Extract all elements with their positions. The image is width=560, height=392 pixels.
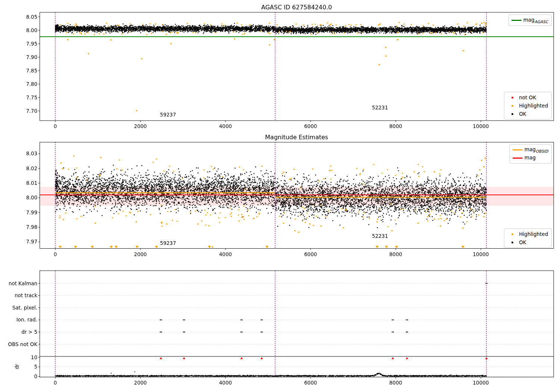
legend-label-main: mag xyxy=(523,17,535,23)
tick-label: 10000 xyxy=(466,379,496,386)
black-dot-marker xyxy=(505,242,519,243)
tick-label: 6000 xyxy=(296,379,326,386)
legend-label-sub: AGASC xyxy=(535,19,548,24)
red-line-marker xyxy=(511,158,525,159)
tick-label: 7.90 xyxy=(13,54,37,61)
orange-dot-marker xyxy=(505,233,519,235)
tick-label: 2000 xyxy=(125,379,155,386)
legend-label: OK xyxy=(519,239,526,245)
tick-label: 2000 xyxy=(125,123,155,130)
obsid-annotation-52231: 52231 xyxy=(363,104,397,111)
tick-label: dr > 5 xyxy=(0,329,37,336)
plots-canvas xyxy=(0,0,560,392)
tick-label: Ion. rad. xyxy=(0,316,37,323)
legend-item-ok: OK xyxy=(505,110,548,118)
tick-label: 10000 xyxy=(466,251,496,258)
legend-item-highlighted: Highlighted xyxy=(505,230,548,238)
legend-label-main: mag xyxy=(525,155,536,161)
legend-item-mag: mag xyxy=(511,154,548,162)
tick-label: 0 xyxy=(40,251,70,258)
tick-label: 7.70 xyxy=(13,108,37,115)
tick-label: 8.03 xyxy=(13,150,37,157)
tick-label: 0 xyxy=(40,123,70,130)
tick-label: 7.99 xyxy=(13,209,37,216)
tick-label: OBS not OK xyxy=(0,341,37,348)
legend-item-mag-obsid: magOBSID xyxy=(511,146,548,154)
legend-label-sub: OBSID xyxy=(536,149,548,153)
tick-label: 7.98 xyxy=(13,224,37,231)
tick-label: 8.05 xyxy=(13,13,37,21)
tick-label: 8.02 xyxy=(13,165,37,172)
tick-label: not track xyxy=(0,292,37,299)
tick-label: 4000 xyxy=(211,379,240,386)
tick-label: 6000 xyxy=(296,123,326,130)
green-line-marker xyxy=(510,20,523,21)
tick-label: 4000 xyxy=(211,123,240,130)
tick-label: 8000 xyxy=(381,123,411,130)
orange-dot-marker xyxy=(505,105,519,107)
legend-label: not OK xyxy=(519,94,536,100)
tick-label: 7.85 xyxy=(13,67,37,74)
tick-label: 8.00 xyxy=(13,194,37,201)
legend-item-mag-agasc: magAGASC xyxy=(510,16,548,24)
legend-label: magAGASC xyxy=(523,17,548,24)
red-dot-marker xyxy=(505,97,519,99)
legend-label: Highlighted xyxy=(519,231,548,237)
legend-point-types-mid: Highlighted OK xyxy=(504,228,552,248)
tick-label: 8000 xyxy=(381,251,411,258)
legend-label: magOBSID xyxy=(525,146,548,153)
orange-line-marker xyxy=(511,149,525,150)
plot1-title: AGASC ID 627584240.0 xyxy=(40,4,554,11)
tick-label: 0 xyxy=(13,373,37,380)
legend-item-ok: OK xyxy=(505,238,548,246)
tick-label: 10000 xyxy=(466,123,496,130)
legend-label: OK xyxy=(519,111,526,117)
tick-label: 10 xyxy=(13,354,37,361)
tick-label: 8.00 xyxy=(13,27,37,34)
black-dot-marker xyxy=(505,113,519,115)
legend-label: Highlighted xyxy=(519,103,548,109)
obsid-annotation-59237-mid: 59237 xyxy=(151,240,185,247)
legend-item-highlighted: Highlighted xyxy=(505,102,548,110)
obsid-annotation-52231-mid: 52231 xyxy=(363,233,397,240)
legend-mag-agasc: magAGASC xyxy=(508,15,552,26)
tick-label: 8000 xyxy=(381,379,411,386)
tick-label: 7.95 xyxy=(13,40,37,47)
tick-label: 7.75 xyxy=(13,94,37,101)
legend-mag-lines: magOBSID mag xyxy=(510,144,552,164)
tick-label: 7.97 xyxy=(13,238,37,245)
tick-label: 8.01 xyxy=(13,180,37,187)
legend-label: mag xyxy=(525,155,536,162)
tick-label: Sat. pixel. xyxy=(0,304,37,311)
tick-label: 7.80 xyxy=(13,81,37,88)
tick-label: not Kalman xyxy=(0,280,37,287)
legend-item-not-ok: not OK xyxy=(505,93,548,102)
tick-label: 4000 xyxy=(211,251,240,258)
tick-label: 0 xyxy=(40,379,70,386)
legend-point-types-top: not OK Highlighted OK xyxy=(504,92,552,119)
figure: AGASC ID 627584240.0 Magnitude Estimates… xyxy=(0,0,560,392)
obsid-annotation-59237: 59237 xyxy=(151,111,185,118)
plot2-title: Magnitude Estimates xyxy=(40,134,554,141)
tick-label: 6000 xyxy=(296,251,326,258)
tick-label: 2000 xyxy=(125,251,155,258)
tick-label: 5 xyxy=(13,363,37,370)
legend-label-main: mag xyxy=(525,146,536,152)
